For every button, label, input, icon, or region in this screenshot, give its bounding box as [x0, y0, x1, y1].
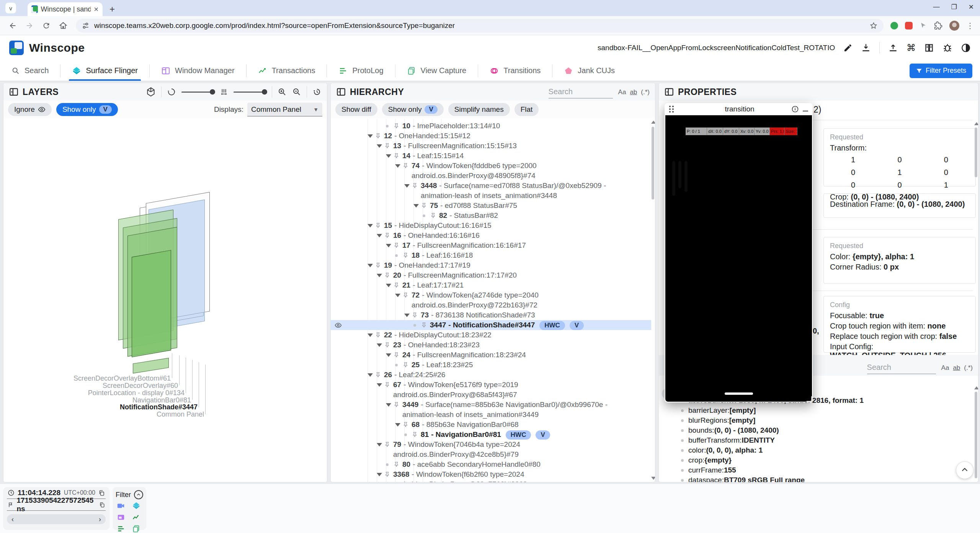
tab-transactions[interactable]: Transactions [247, 60, 327, 81]
expand-arrow-icon[interactable] [377, 443, 382, 446]
tab-window-manager[interactable]: Window Manager [150, 60, 246, 81]
home-icon[interactable] [59, 21, 67, 30]
hierarchy-row[interactable]: 25- Leaf:18:23#25 [331, 360, 651, 370]
dark-mode-icon[interactable] [961, 43, 971, 53]
minimize-overlay-icon[interactable] [803, 111, 808, 111]
property-row[interactable]: color: (0, 0, 0), alpha: 1 [659, 445, 973, 455]
layer-label-selected[interactable]: NotificationShade#3447 [120, 403, 198, 411]
properties-scrollbar[interactable] [973, 121, 978, 355]
hierarchy-row[interactable]: 21- Leaf:17:17#21 [331, 280, 651, 290]
back-icon[interactable] [8, 21, 17, 30]
url-bar[interactable]: winscope.teams.x20web.corp.google.com/pr… [76, 19, 884, 33]
hierarchy-row[interactable]: 19- OneHanded:17:17#19 [331, 260, 651, 270]
hierarchy-row[interactable]: 72- WindowToken{a2746de type=2040 androi… [331, 290, 651, 310]
hierarchy-row[interactable]: 73- 8736138 NotificationShade#73 [331, 310, 651, 320]
match-case-button[interactable]: Aa [941, 364, 949, 372]
property-row[interactable]: bounds: (0, 0) - (1080, 2400) [659, 425, 973, 435]
window-maximize-icon[interactable]: ❐ [951, 3, 957, 11]
hierarchy-row[interactable]: 3448- Surface(name=ed70f88 StatusBar)/@0… [331, 181, 651, 201]
forward-icon[interactable] [25, 21, 34, 30]
collapse-panel-icon[interactable] [664, 87, 674, 97]
expand-arrow-icon[interactable] [386, 284, 391, 287]
layer-label[interactable]: PointerLocation - display 0#134 [88, 389, 185, 397]
extensions-puzzle-icon[interactable] [934, 21, 942, 30]
flat-chip[interactable]: Flat [514, 103, 539, 116]
match-case-button[interactable]: Aa [618, 88, 626, 96]
resize-handle[interactable] [807, 396, 812, 402]
hierarchy-row[interactable]: 20- FullscreenMagnification:17:17#20 [331, 270, 651, 280]
layer-label[interactable]: ScreenDecorOverlay#60 [103, 382, 178, 390]
current-timestamp-ns[interactable]: 1715339054227572545 ns [16, 496, 96, 513]
expand-arrow-icon[interactable] [386, 353, 391, 357]
property-row[interactable]: dataspace: BT709 sRGB Full range [659, 475, 973, 482]
shortcuts-icon[interactable]: ⌘ [906, 43, 916, 53]
hierarchy-row[interactable]: 82- StatusBar#82 [331, 211, 651, 221]
screen-recording-filter-icon[interactable] [117, 502, 125, 510]
rotation-slider[interactable] [181, 92, 214, 93]
hierarchy-row[interactable]: 17- FullscreenMagnification:16:16#17 [331, 240, 651, 250]
transactions-filter-icon[interactable] [132, 513, 140, 522]
display-label[interactable]: Common Panel [157, 410, 204, 419]
displays-select[interactable]: Common Panel ▼ [247, 103, 322, 116]
next-frame-icon[interactable]: › [99, 515, 101, 523]
tab-view-capture[interactable]: View Capture [395, 60, 478, 81]
hierarchy-row[interactable]: 81- NavigationBar0#81HWCV [331, 430, 651, 440]
visibility-eye-icon[interactable] [335, 322, 342, 329]
properties-tree-scrollbar[interactable] [973, 386, 978, 481]
new-tab-button[interactable]: + [109, 4, 115, 15]
property-row[interactable]: crop: {empty} [659, 455, 973, 465]
window-minimize-icon[interactable]: — [933, 3, 940, 11]
regex-button[interactable]: (.*) [964, 364, 973, 372]
expand-arrow-icon[interactable] [404, 184, 410, 188]
download-icon[interactable] [861, 43, 871, 53]
window-close-icon[interactable]: ✕ [969, 3, 974, 11]
expand-arrow-icon[interactable] [395, 164, 400, 168]
expand-arrow-icon[interactable] [377, 234, 382, 237]
drag-handle-icon[interactable] [669, 106, 674, 113]
hierarchy-row[interactable]: 68- 885b63e NavigationBar0#68 [331, 420, 651, 430]
overlay-titlebar[interactable]: transition [665, 103, 813, 115]
expand-arrow-icon[interactable] [386, 403, 391, 407]
tab-protolog[interactable]: ProtoLog [327, 60, 395, 81]
collapse-panel-icon[interactable] [336, 87, 346, 97]
hierarchy-row[interactable]: 75- ed70f88 StatusBar#75 [331, 201, 651, 211]
property-row[interactable]: barrierLayer: [empty] [659, 405, 973, 415]
layers-3d-canvas[interactable]: ScreenDecorOverlayBottom#61 ScreenDecorO… [3, 119, 327, 482]
ignore-chip[interactable]: Ignore [8, 103, 52, 116]
reload-icon[interactable] [42, 21, 51, 30]
hierarchy-row[interactable]: 16- OneHanded:16:16#16 [331, 231, 651, 240]
reset-view-icon[interactable] [312, 87, 322, 96]
spacing-icon[interactable] [220, 88, 228, 96]
match-word-button[interactable]: ab [630, 88, 637, 96]
tab-jank-cujs[interactable]: Jank CUJs [552, 60, 626, 81]
properties-search-input[interactable] [867, 361, 936, 374]
browser-menu-icon[interactable]: ⋮ [966, 21, 974, 30]
hierarchy-row[interactable]: 3447- NotificationShade#3447HWCV [331, 320, 651, 330]
expand-arrow-icon[interactable] [395, 294, 400, 297]
documentation-icon[interactable] [924, 43, 934, 53]
tab-search-caret-icon[interactable]: v [5, 3, 16, 13]
tab-surface-flinger[interactable]: Surface Flinger [60, 60, 149, 81]
layer-label[interactable]: ScreenDecorOverlayBottom#61 [74, 374, 171, 383]
property-row[interactable]: bufferTransform: IDENTITY [659, 435, 973, 445]
hierarchy-row[interactable]: 18- Leaf:16:16#18 [331, 250, 651, 260]
view-capture-filter-icon[interactable] [132, 525, 140, 533]
show-diff-chip[interactable]: Show diff [335, 103, 377, 116]
hierarchy-row[interactable]: 26- Leaf:24:25#26 [331, 370, 651, 380]
current-time[interactable]: 11:04:14.228 [18, 489, 60, 497]
simplify-names-chip[interactable]: Simplify names [448, 103, 510, 116]
expand-arrow-icon[interactable] [377, 144, 382, 148]
hierarchy-row[interactable]: 67- WindowToken{e5176f9 type=2019 androi… [331, 380, 651, 400]
hierarchy-row[interactable]: 14- Leaf:15:15#14 [331, 151, 651, 161]
3d-view-icon[interactable] [146, 87, 156, 97]
layer-rect-green-front[interactable] [132, 250, 171, 357]
hierarchy-row[interactable]: 24- FullscreenMagnification:18:23#24 [331, 350, 651, 360]
rotation-icon[interactable] [167, 87, 176, 96]
tab-close-icon[interactable]: ✕ [94, 6, 99, 13]
expand-arrow-icon[interactable] [368, 134, 373, 138]
extension-icon-green[interactable] [890, 22, 898, 29]
expand-arrow-icon[interactable] [377, 473, 382, 476]
window-manager-filter-icon[interactable] [117, 513, 125, 522]
expand-arrow-icon[interactable] [377, 343, 382, 347]
tab-transitions[interactable]: Transitions [478, 60, 552, 81]
